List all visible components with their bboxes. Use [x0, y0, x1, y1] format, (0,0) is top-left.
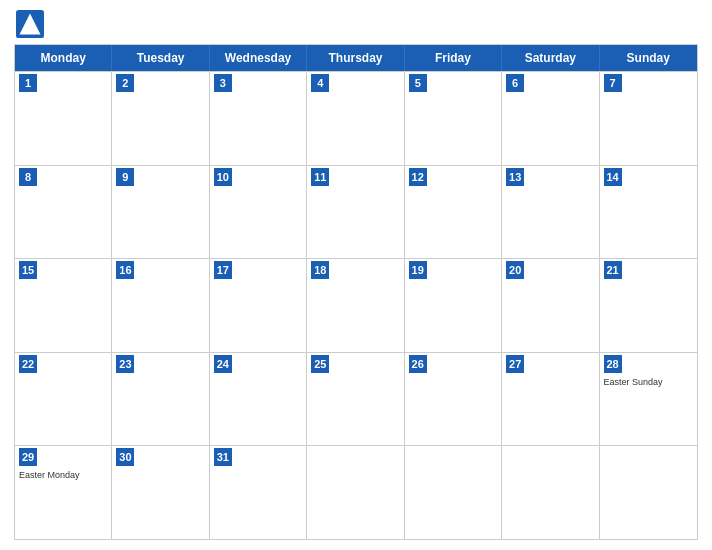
cell-number: 26: [409, 355, 427, 373]
cell-number: 13: [506, 168, 524, 186]
calendar-cell: 12: [405, 166, 502, 259]
cell-number: 20: [506, 261, 524, 279]
cell-number: 27: [506, 355, 524, 373]
day-header-saturday: Saturday: [502, 45, 599, 71]
cell-number: 14: [604, 168, 622, 186]
cell-number: 12: [409, 168, 427, 186]
cell-number: 7: [604, 74, 622, 92]
cell-number: 21: [604, 261, 622, 279]
calendar-cell: 10: [210, 166, 307, 259]
calendar-cell: 17: [210, 259, 307, 352]
calendar-cell: 3: [210, 72, 307, 165]
calendar-cell: 24: [210, 353, 307, 446]
calendar-cell: 4: [307, 72, 404, 165]
cell-number: 3: [214, 74, 232, 92]
cell-number: 4: [311, 74, 329, 92]
cell-number: 25: [311, 355, 329, 373]
calendar-cell: 5: [405, 72, 502, 165]
calendar-cell: 26: [405, 353, 502, 446]
calendar-cell: 11: [307, 166, 404, 259]
generalblue-logo-icon: [16, 10, 44, 38]
cell-number: 18: [311, 261, 329, 279]
calendar-cell: 21: [600, 259, 697, 352]
cell-number: 16: [116, 261, 134, 279]
cell-number: 5: [409, 74, 427, 92]
calendar-cell: 13: [502, 166, 599, 259]
calendar-cell: 20: [502, 259, 599, 352]
cell-number: [604, 448, 622, 466]
weeks-container: 1234567891011121314151617181920212223242…: [15, 71, 697, 539]
calendar-cell: [307, 446, 404, 539]
week-4: 22232425262728Easter Sunday: [15, 352, 697, 446]
cell-event: Easter Monday: [19, 470, 107, 481]
calendar-cell: 2: [112, 72, 209, 165]
cell-number: 29: [19, 448, 37, 466]
calendar-cell: 16: [112, 259, 209, 352]
cell-number: 28: [604, 355, 622, 373]
cell-number: 30: [116, 448, 134, 466]
cell-number: 9: [116, 168, 134, 186]
calendar-grid: MondayTuesdayWednesdayThursdayFridaySatu…: [14, 44, 698, 540]
calendar-cell: [600, 446, 697, 539]
week-2: 891011121314: [15, 165, 697, 259]
calendar-cell: 9: [112, 166, 209, 259]
cell-number: 22: [19, 355, 37, 373]
cell-number: [506, 448, 524, 466]
calendar-cell: 7: [600, 72, 697, 165]
calendar-cell: 29Easter Monday: [15, 446, 112, 539]
calendar-cell: [405, 446, 502, 539]
cell-number: 10: [214, 168, 232, 186]
cell-number: 6: [506, 74, 524, 92]
calendar-cell: 1: [15, 72, 112, 165]
cell-number: 8: [19, 168, 37, 186]
cell-number: 31: [214, 448, 232, 466]
logo: [16, 10, 48, 38]
day-header-sunday: Sunday: [600, 45, 697, 71]
day-header-thursday: Thursday: [307, 45, 404, 71]
cell-number: 23: [116, 355, 134, 373]
cell-number: 24: [214, 355, 232, 373]
calendar-cell: 22: [15, 353, 112, 446]
cell-number: [409, 448, 427, 466]
week-5: 29Easter Monday3031: [15, 445, 697, 539]
day-header-monday: Monday: [15, 45, 112, 71]
calendar-cell: 23: [112, 353, 209, 446]
day-header-wednesday: Wednesday: [210, 45, 307, 71]
cell-number: 19: [409, 261, 427, 279]
calendar-cell: 18: [307, 259, 404, 352]
cell-number: 15: [19, 261, 37, 279]
cell-number: 1: [19, 74, 37, 92]
calendar-cell: 6: [502, 72, 599, 165]
calendar-page: MondayTuesdayWednesdayThursdayFridaySatu…: [0, 0, 712, 550]
calendar-cell: 28Easter Sunday: [600, 353, 697, 446]
calendar-cell: 14: [600, 166, 697, 259]
calendar-cell: [502, 446, 599, 539]
week-1: 1234567: [15, 71, 697, 165]
calendar-cell: 27: [502, 353, 599, 446]
calendar-cell: 15: [15, 259, 112, 352]
day-header-friday: Friday: [405, 45, 502, 71]
day-header-tuesday: Tuesday: [112, 45, 209, 71]
cell-number: 2: [116, 74, 134, 92]
header: [14, 10, 698, 38]
calendar-cell: 8: [15, 166, 112, 259]
calendar-cell: 25: [307, 353, 404, 446]
cell-event: Easter Sunday: [604, 377, 693, 388]
calendar-cell: 31: [210, 446, 307, 539]
cell-number: 17: [214, 261, 232, 279]
calendar-cell: 30: [112, 446, 209, 539]
cell-number: 11: [311, 168, 329, 186]
calendar-cell: 19: [405, 259, 502, 352]
cell-number: [311, 448, 329, 466]
day-headers-row: MondayTuesdayWednesdayThursdayFridaySatu…: [15, 45, 697, 71]
week-3: 15161718192021: [15, 258, 697, 352]
